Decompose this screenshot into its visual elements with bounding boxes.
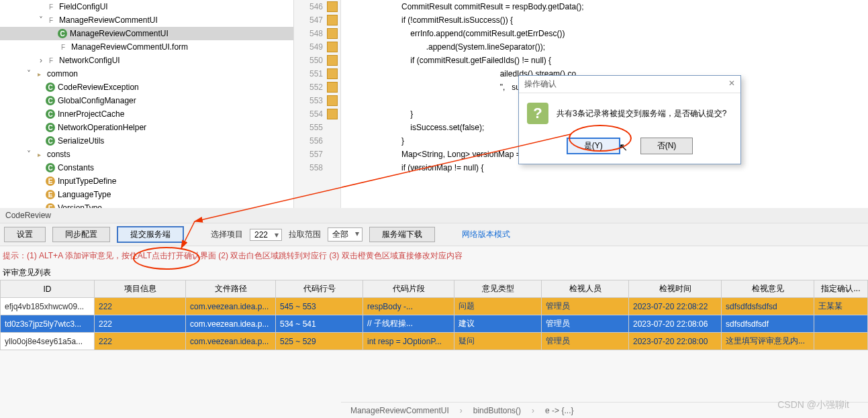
tree-item[interactable]: EInputTypeDefine <box>0 174 293 188</box>
question-icon: ? <box>527 103 548 124</box>
tree-item[interactable]: CNetworkOperationHelper <box>0 121 293 134</box>
breadcrumb-method[interactable]: bindButtons() <box>471 406 524 415</box>
tree-item[interactable]: ˅FManageReviewCommentUI <box>0 13 293 27</box>
scope-label: 拉取范围 <box>289 229 321 240</box>
settings-button[interactable]: 设置 <box>4 227 46 242</box>
no-button[interactable]: 否(N) <box>640 138 693 154</box>
tree-item[interactable]: ˅▸consts <box>0 148 293 161</box>
table-title: 评审意见列表 <box>0 266 868 280</box>
editor-gutter: 546547548549550551552553554555556557558 <box>294 0 341 208</box>
column-header[interactable]: 检视时间 <box>629 280 722 298</box>
tree-item[interactable]: EVersionType <box>0 201 293 208</box>
breadcrumb-lambda[interactable]: e -> {...} <box>542 406 576 415</box>
project-select[interactable]: 222 <box>250 229 282 241</box>
network-mode-link[interactable]: 网络版本模式 <box>462 229 510 240</box>
tree-item[interactable]: ELanguageType <box>0 188 293 201</box>
breadcrumb-class[interactable]: ManageReviewCommentUI <box>348 406 452 415</box>
column-header[interactable]: ID <box>1 280 95 298</box>
table-row[interactable]: td0z3s7jpz5ly7wtc3...222com.veezean.idea… <box>1 315 868 333</box>
tree-item[interactable]: CInnerProjectCache <box>0 107 293 121</box>
tree-item[interactable]: ›FNetworkConfigUI <box>0 54 293 67</box>
table-row[interactable]: efjq4vb185xhwcw09...222com.veezean.idea.… <box>1 298 868 315</box>
column-header[interactable]: 代码行号 <box>276 280 363 298</box>
column-header[interactable]: 检视人员 <box>542 280 629 298</box>
close-icon[interactable]: ✕ <box>728 79 735 90</box>
scope-select[interactable]: 全部 <box>328 227 363 242</box>
column-header[interactable]: 文件路径 <box>186 280 276 298</box>
hint-text: 提示：(1) ALT+A 添加评审意见，按住ALT点击打开确认界面 (2) 双击… <box>0 246 868 266</box>
table-row[interactable]: yllo0oj8e4sey61a5a...222com.veezean.idea… <box>1 333 868 350</box>
sync-config-button[interactable]: 同步配置 <box>52 227 110 242</box>
column-header[interactable]: 意见类型 <box>454 280 542 298</box>
tree-item[interactable]: CConstants <box>0 161 293 174</box>
dialog-message: 共有3条记录将被提交到服务端，是否确认提交? <box>557 108 726 119</box>
column-header[interactable]: 检视意见 <box>722 280 814 298</box>
tree-item[interactable]: CCodeReviewException <box>0 81 293 94</box>
review-table[interactable]: ID项目信息文件路径代码行号代码片段意见类型检视人员检视时间检视意见指定确认..… <box>0 280 868 350</box>
cursor-icon: ↖ <box>619 141 628 154</box>
submit-server-button[interactable]: 提交服务端 <box>117 226 184 243</box>
download-button[interactable]: 服务端下载 <box>369 227 435 242</box>
confirm-dialog: 操作确认 ✕ ? 共有3条记录将被提交到服务端，是否确认提交? 是(Y) 否(N… <box>518 75 741 164</box>
watermark: CSDN @小强聊it <box>777 399 849 411</box>
column-header[interactable]: 代码片段 <box>363 280 454 298</box>
tree-item[interactable]: FFieldConfigUI <box>0 0 293 13</box>
toolbar: 设置 同步配置 提交服务端 选择项目 222 拉取范围 全部 服务端下载 网络版… <box>0 223 868 246</box>
column-header[interactable]: 指定确认... <box>814 280 868 298</box>
yes-button[interactable]: 是(Y) <box>567 138 620 154</box>
tree-item[interactable]: CManageReviewCommentUI <box>0 27 293 40</box>
dialog-title: 操作确认 <box>524 79 557 90</box>
tree-item[interactable]: FManageReviewCommentUI.form <box>0 40 293 54</box>
panel-title: CodeReview <box>0 208 868 223</box>
tree-item[interactable]: CGlobalConfigManager <box>0 94 293 107</box>
column-header[interactable]: 项目信息 <box>95 280 186 298</box>
project-label: 选择项目 <box>211 229 243 240</box>
tree-item[interactable]: ˅▸common <box>0 67 293 81</box>
project-tree[interactable]: FFieldConfigUI˅FManageReviewCommentUICMa… <box>0 0 294 208</box>
tree-item[interactable]: CSerializeUtils <box>0 134 293 148</box>
